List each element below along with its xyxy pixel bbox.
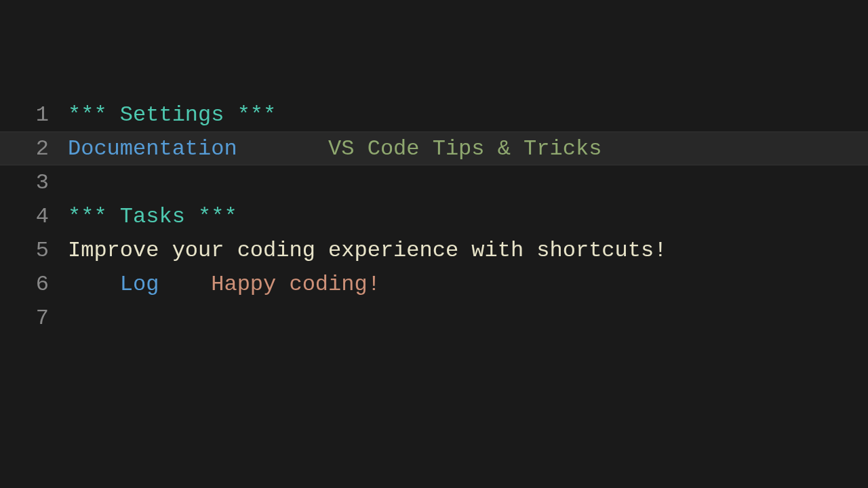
line-content[interactable]: *** Tasks *** (68, 204, 868, 229)
line-content[interactable]: Log Happy coding! (68, 272, 868, 297)
line-content[interactable]: Improve your coding experience with shor… (68, 238, 868, 263)
indent (68, 272, 120, 297)
line-content[interactable]: Documentation VS Code Tips & Tricks (68, 136, 868, 161)
line-content[interactable]: *** Settings *** (68, 102, 868, 127)
line-number: 2 (0, 136, 68, 161)
line-number: 1 (0, 102, 68, 127)
keyword-documentation: Documentation (68, 136, 237, 161)
code-line[interactable]: 3 (0, 165, 868, 199)
task-name: Improve your coding experience with shor… (68, 238, 667, 263)
section-header: *** Settings *** (68, 102, 276, 127)
code-line-active[interactable]: 2 Documentation VS Code Tips & Tricks (0, 131, 868, 165)
line-number: 3 (0, 170, 68, 195)
line-number: 6 (0, 272, 68, 297)
log-message: Happy coding! (211, 272, 380, 297)
line-number: 5 (0, 238, 68, 263)
whitespace (237, 136, 328, 161)
doc-text: VS Code Tips & Tricks (328, 136, 601, 161)
code-line[interactable]: 6 Log Happy coding! (0, 267, 868, 301)
whitespace (159, 272, 211, 297)
code-line[interactable]: 5 Improve your coding experience with sh… (0, 233, 868, 267)
section-header: *** Tasks *** (68, 204, 237, 229)
line-number: 4 (0, 204, 68, 229)
code-line[interactable]: 7 (0, 301, 868, 335)
code-line[interactable]: 4 *** Tasks *** (0, 199, 868, 233)
line-number: 7 (0, 306, 68, 331)
code-line[interactable]: 1 *** Settings *** (0, 98, 868, 131)
code-editor[interactable]: 1 *** Settings *** 2 Documentation VS Co… (0, 98, 868, 335)
keyword-log: Log (120, 272, 159, 297)
